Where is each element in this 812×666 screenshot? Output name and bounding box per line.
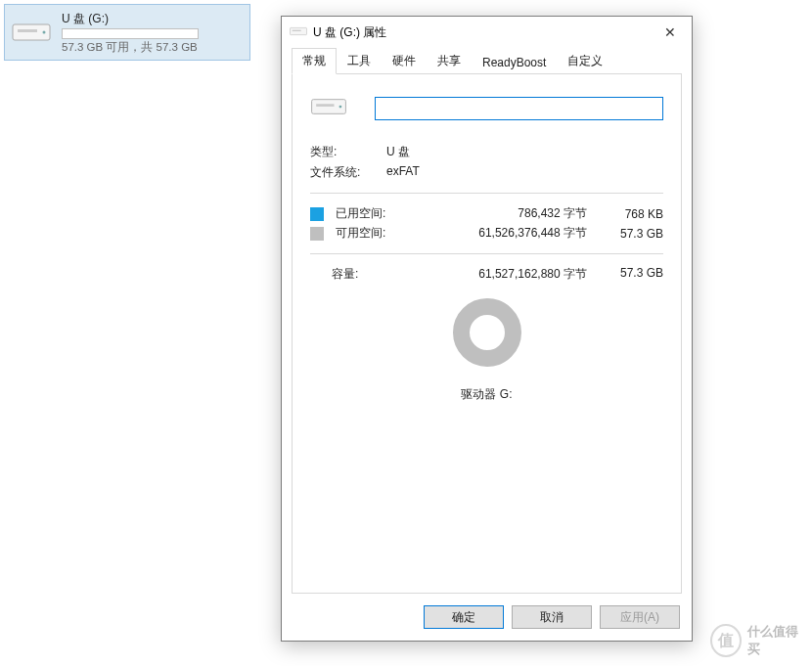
drive-icon bbox=[290, 25, 307, 40]
type-label: 类型: bbox=[310, 144, 386, 160]
volume-label-input[interactable] bbox=[375, 97, 663, 120]
drive-usage-bar bbox=[62, 28, 199, 39]
drive-icon bbox=[310, 96, 347, 120]
tab-custom[interactable]: 自定义 bbox=[557, 48, 613, 74]
divider bbox=[310, 193, 663, 194]
drive-name: U 盘 (G:) bbox=[62, 11, 199, 27]
close-button[interactable]: ✕ bbox=[649, 18, 692, 47]
titlebar[interactable]: U 盘 (G:) 属性 ✕ bbox=[282, 17, 692, 48]
tab-readyboost[interactable]: ReadyBoost bbox=[472, 51, 557, 74]
usage-pie-chart bbox=[453, 298, 521, 367]
svg-rect-4 bbox=[293, 29, 301, 30]
free-size: 57.3 GB bbox=[595, 227, 663, 241]
used-swatch bbox=[310, 207, 324, 221]
watermark-icon: 值 bbox=[710, 624, 742, 657]
svg-rect-1 bbox=[18, 29, 37, 32]
capacity-bytes: 61,527,162,880 字节 bbox=[404, 266, 587, 283]
tab-strip: 常规 工具 硬件 共享 ReadyBoost 自定义 bbox=[282, 48, 692, 73]
used-label: 已用空间: bbox=[336, 205, 404, 222]
drive-icon bbox=[11, 12, 52, 53]
watermark: 值 什么值得买 bbox=[710, 621, 806, 660]
tab-hardware[interactable]: 硬件 bbox=[382, 48, 427, 74]
svg-point-2 bbox=[43, 31, 46, 34]
drive-info: U 盘 (G:) 57.3 GB 可用，共 57.3 GB bbox=[62, 11, 199, 55]
ok-button[interactable]: 确定 bbox=[424, 605, 504, 629]
dialog-title: U 盘 (G:) 属性 bbox=[313, 24, 386, 41]
tab-body: 类型: U 盘 文件系统: exFAT 已用空间: 786,432 字节 768… bbox=[292, 73, 682, 594]
drive-subtitle: 57.3 GB 可用，共 57.3 GB bbox=[62, 40, 199, 55]
watermark-text: 什么值得买 bbox=[747, 623, 806, 658]
type-value: U 盘 bbox=[386, 144, 410, 160]
svg-rect-6 bbox=[316, 104, 334, 107]
used-size: 768 KB bbox=[595, 207, 663, 221]
capacity-size: 57.3 GB bbox=[595, 266, 663, 283]
free-bytes: 61,526,376,448 字节 bbox=[412, 225, 587, 242]
close-icon: ✕ bbox=[664, 24, 676, 40]
used-bytes: 786,432 字节 bbox=[412, 205, 587, 222]
button-bar: 确定 取消 应用(A) bbox=[282, 594, 692, 641]
cancel-button[interactable]: 取消 bbox=[512, 605, 592, 629]
capacity-label: 容量: bbox=[310, 266, 396, 283]
apply-button[interactable]: 应用(A) bbox=[600, 605, 680, 629]
svg-point-7 bbox=[339, 106, 342, 109]
filesystem-value: exFAT bbox=[386, 164, 420, 181]
drive-letter-label: 驱动器 G: bbox=[461, 386, 512, 403]
tab-sharing[interactable]: 共享 bbox=[427, 48, 472, 74]
divider bbox=[310, 253, 663, 254]
free-label: 可用空间: bbox=[336, 225, 404, 242]
filesystem-label: 文件系统: bbox=[310, 164, 386, 181]
free-swatch bbox=[310, 227, 324, 241]
tab-tools[interactable]: 工具 bbox=[337, 48, 382, 74]
drive-tile[interactable]: U 盘 (G:) 57.3 GB 可用，共 57.3 GB bbox=[4, 4, 250, 61]
tab-general[interactable]: 常规 bbox=[292, 48, 337, 74]
properties-dialog: U 盘 (G:) 属性 ✕ 常规 工具 硬件 共享 ReadyBoost 自定义… bbox=[281, 16, 693, 642]
